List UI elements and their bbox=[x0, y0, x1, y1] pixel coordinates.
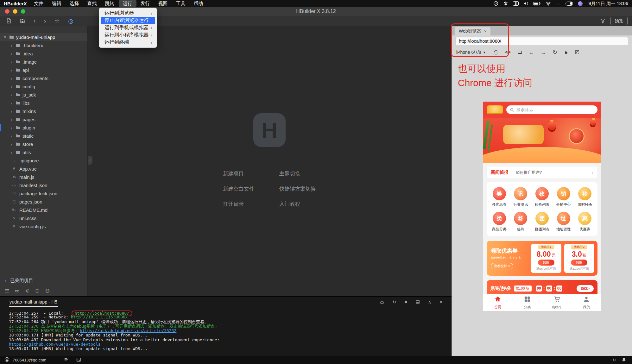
run-menu-item-0[interactable]: 运行到浏览器› bbox=[101, 9, 155, 17]
run-menu-item-3[interactable]: 运行到小程序模拟器› bbox=[101, 31, 155, 39]
news-bar[interactable]: 新闻简报 如何推广用户? › bbox=[487, 166, 597, 179]
nav-item-9[interactable]: 惠优惠券 bbox=[574, 212, 596, 232]
nav-item-5[interactable]: 类商品分类 bbox=[489, 212, 510, 232]
tree-folder-11[interactable]: ›static bbox=[0, 132, 87, 140]
rotate-device-icon[interactable] bbox=[494, 50, 498, 55]
browser-tab[interactable]: Web浏览器 × bbox=[455, 27, 490, 35]
tree-folder-4[interactable]: ›components bbox=[0, 74, 87, 82]
update-icon[interactable]: ↻ bbox=[612, 358, 616, 362]
nav-forward-icon[interactable]: → bbox=[541, 50, 546, 55]
tree-folder-12[interactable]: ›store bbox=[0, 140, 87, 148]
tree-folder-13[interactable]: ›utils bbox=[0, 148, 87, 156]
battery-icon[interactable] bbox=[533, 1, 541, 6]
control-center-icon[interactable] bbox=[566, 2, 573, 6]
welcome-link-left-1[interactable]: 新建空白文件 bbox=[223, 185, 279, 192]
tree-file-5[interactable]: []pages.json bbox=[0, 198, 87, 206]
project-row[interactable]: ▾yudao-mall-uniapp bbox=[0, 33, 87, 41]
tree-folder-7[interactable]: ›libs bbox=[0, 99, 87, 107]
nav-back-icon[interactable]: ← bbox=[529, 50, 534, 55]
tree-folder-0[interactable]: ›.hbuilderx bbox=[0, 41, 87, 49]
nav-item-1[interactable]: 讯行业资讯 bbox=[510, 187, 532, 207]
tabbar-item-cart[interactable]: 购物车 bbox=[542, 294, 572, 311]
tree-folder-6[interactable]: ›js_sdk bbox=[0, 91, 87, 99]
menubar-item-4[interactable]: 跳转 bbox=[101, 0, 119, 7]
coupon-view-all-button[interactable]: 查看全部 > bbox=[491, 263, 513, 269]
qrcode-icon[interactable] bbox=[575, 50, 579, 54]
tree-folder-2[interactable]: ›.image bbox=[0, 58, 87, 66]
files-view-icon[interactable] bbox=[4, 288, 9, 293]
account-avatar-icon[interactable] bbox=[4, 357, 9, 363]
tree-folder-3[interactable]: ›api bbox=[0, 66, 87, 74]
tree-file-4[interactable]: []package-lock.json bbox=[0, 189, 87, 198]
nav-item-3[interactable]: 销分销中心 bbox=[553, 187, 574, 207]
menubar-app-name[interactable]: HBuilderX bbox=[4, 1, 27, 6]
menubar-clock[interactable]: 9月11日 周一 18:06 bbox=[589, 1, 628, 7]
tree-file-7[interactable]: Suni.scss bbox=[0, 214, 87, 222]
sidebar-collapse-handle[interactable]: ‹ bbox=[88, 156, 92, 165]
lock-icon[interactable] bbox=[564, 50, 568, 54]
settings-icon[interactable] bbox=[25, 288, 30, 293]
close-tab-icon[interactable]: × bbox=[484, 29, 487, 34]
tree-file-3[interactable]: {}manifest.json bbox=[0, 181, 87, 189]
tree-folder-10[interactable]: ›plugin bbox=[0, 123, 87, 132]
nav-item-8[interactable]: 址地址管理 bbox=[553, 212, 574, 232]
promo-banner[interactable] bbox=[483, 118, 601, 163]
console-link[interactable]: https://github.com/vuejs/vue-devtools bbox=[9, 342, 101, 347]
notifications-bell-icon[interactable] bbox=[622, 357, 626, 363]
menubar-item-6[interactable]: 发行 bbox=[136, 0, 154, 7]
coupon-card-1[interactable]: 优惠券23.0折领取满21.00元可用 bbox=[564, 244, 595, 273]
sync-icon[interactable] bbox=[35, 288, 40, 293]
run-menu-item-2[interactable]: 运行到手机或模拟器› bbox=[101, 24, 155, 31]
refresh-icon[interactable]: ↻ bbox=[553, 50, 557, 55]
devtools-icon[interactable]: </> bbox=[505, 50, 510, 54]
siri-icon[interactable] bbox=[578, 1, 583, 6]
menubar-item-7[interactable]: 视图 bbox=[154, 0, 172, 7]
star-icon[interactable]: ☆ bbox=[54, 18, 60, 24]
collapse-panel-icon[interactable]: ∧ bbox=[428, 300, 431, 304]
back-icon[interactable]: ‹ bbox=[34, 18, 35, 24]
welcome-link-right-0[interactable]: 主题切换 bbox=[279, 170, 300, 177]
console-view-icon[interactable] bbox=[517, 50, 522, 55]
tabbar-item-grid[interactable]: 分类 bbox=[513, 294, 542, 311]
console-link[interactable]: https://ask.dcloud.net.cn/article/35232 bbox=[80, 328, 176, 333]
welcome-link-left-2[interactable]: 打开目录 bbox=[223, 201, 279, 208]
preview-button[interactable]: 预览 bbox=[610, 17, 628, 25]
welcome-link-left-0[interactable]: 新建项目 bbox=[223, 170, 279, 177]
search-bar[interactable]: 搜索商品 bbox=[506, 105, 597, 114]
terminal-icon[interactable] bbox=[76, 357, 81, 363]
menubar-item-3[interactable]: 查找 bbox=[83, 0, 101, 7]
paw-icon[interactable] bbox=[503, 1, 508, 6]
menubar-item-5[interactable]: 运行 bbox=[119, 0, 136, 7]
tree-file-2[interactable]: JSmain.js bbox=[0, 173, 87, 181]
welcome-link-right-1[interactable]: 快捷键方案切换 bbox=[279, 185, 316, 192]
more-icon[interactable]: ··· bbox=[556, 1, 561, 6]
restart-icon[interactable]: ↻ bbox=[393, 300, 396, 304]
ime-icon[interactable]: S bbox=[513, 1, 519, 6]
menubar-item-2[interactable]: 选择 bbox=[66, 0, 83, 7]
shield-check-icon[interactable] bbox=[493, 1, 498, 6]
nav-item-2[interactable]: 砍砍价列表 bbox=[531, 187, 553, 207]
speaker-icon[interactable] bbox=[523, 1, 528, 6]
tree-file-1[interactable]: VApp.vue bbox=[0, 165, 87, 173]
globe-icon[interactable] bbox=[45, 288, 50, 293]
menubar-item-9[interactable]: 帮助 bbox=[190, 0, 207, 7]
panel-layout-icon[interactable] bbox=[415, 300, 420, 304]
run-menu-item-4[interactable]: 运行到终端› bbox=[101, 39, 155, 46]
nav-item-0[interactable]: 券领优惠券 bbox=[489, 187, 510, 207]
debug-icon[interactable] bbox=[380, 300, 384, 304]
tree-file-8[interactable]: Vvue.config.js bbox=[0, 222, 87, 230]
nav-item-7[interactable]: 团拼团列表 bbox=[531, 212, 553, 232]
account-email[interactable]: 7685413@qq.com bbox=[13, 358, 46, 362]
device-select[interactable]: iPhone 6/7/8 ▾ bbox=[456, 50, 485, 55]
closed-projects-row[interactable]: › 已关闭项目 bbox=[0, 276, 87, 285]
console-tab[interactable]: yudao-mall-uniapp - H5 bbox=[9, 297, 58, 307]
run-icon[interactable]: ◎ bbox=[68, 18, 73, 24]
filter-icon[interactable] bbox=[600, 18, 605, 23]
coupon-card-0[interactable]: 优惠券18.00元领取满56.00元可用 bbox=[531, 244, 561, 273]
console-link[interactable]: http://10.1.1.115:8080/ bbox=[71, 315, 128, 319]
tree-folder-8[interactable]: ›mixins bbox=[0, 107, 87, 115]
tree-file-6[interactable]: M↓README.md bbox=[0, 206, 87, 214]
save-icon[interactable] bbox=[20, 18, 25, 23]
run-menu-item-1[interactable]: 停止内置浏览器运行 bbox=[101, 17, 155, 24]
close-panel-icon[interactable]: × bbox=[439, 299, 443, 305]
